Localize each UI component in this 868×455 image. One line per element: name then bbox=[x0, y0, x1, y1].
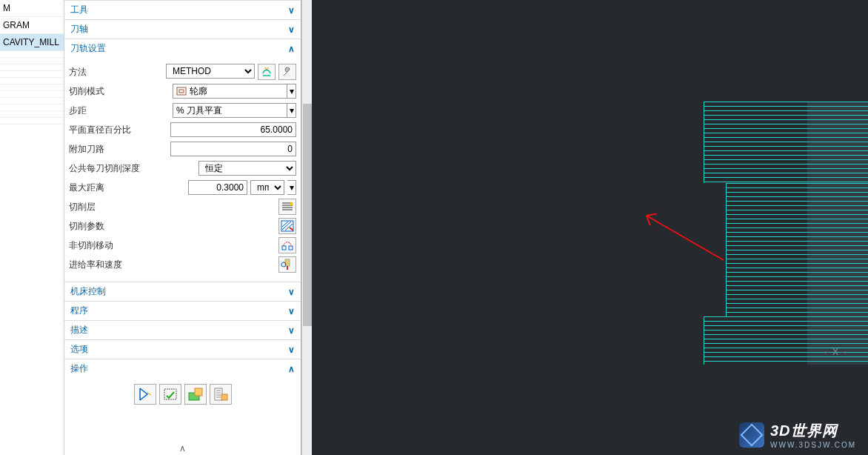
flat-pct-label: 平面直径百分比 bbox=[69, 124, 150, 136]
global-depth-select[interactable]: 恒定 bbox=[198, 161, 296, 176]
watermark: 3D世界网 WWW.3DSJW.COM bbox=[739, 421, 856, 449]
chevron-up-icon: ∧ bbox=[288, 44, 295, 54]
section-axis[interactable]: 刀轴 ∨ bbox=[64, 19, 301, 39]
tree-item[interactable]: M bbox=[0, 0, 64, 17]
link-moves-icon[interactable] bbox=[278, 237, 296, 253]
section-ops[interactable]: 操作 ∧ bbox=[64, 359, 301, 378]
section-options[interactable]: 选项 ∨ bbox=[64, 339, 301, 359]
toolpath-geometry bbox=[704, 102, 868, 365]
profile-icon bbox=[176, 86, 187, 96]
chevron-down-icon: ∨ bbox=[288, 325, 295, 336]
svg-rect-7 bbox=[164, 389, 176, 399]
chevron-down-icon: ∨ bbox=[288, 24, 295, 35]
coolant-icon[interactable] bbox=[258, 64, 276, 80]
cut-params-label: 切削参数 bbox=[69, 220, 150, 233]
method-label: 方法 bbox=[69, 66, 150, 79]
svg-rect-0 bbox=[177, 87, 186, 95]
svg-rect-1 bbox=[179, 90, 184, 93]
levels-icon[interactable] bbox=[278, 199, 296, 215]
section-path[interactable]: 刀轨设置 ∧ bbox=[64, 39, 301, 58]
tree-item[interactable] bbox=[0, 118, 64, 124]
tree-item[interactable] bbox=[0, 98, 64, 104]
watermark-logo-icon bbox=[739, 422, 764, 448]
list-icon[interactable] bbox=[210, 384, 232, 405]
panel-collapse-icon[interactable]: ∧ bbox=[64, 443, 301, 455]
tree-item[interactable]: GRAM bbox=[0, 17, 64, 34]
hatch-icon[interactable] bbox=[278, 218, 296, 234]
max-dist-label: 最大距离 bbox=[69, 182, 150, 194]
section-title: 选项 bbox=[70, 343, 88, 356]
operation-actions bbox=[64, 378, 301, 414]
tree-item[interactable] bbox=[0, 84, 64, 91]
method-select[interactable]: METHOD bbox=[166, 64, 255, 79]
feed-speed-icon[interactable] bbox=[278, 256, 296, 273]
generate-icon[interactable] bbox=[134, 384, 156, 405]
scrollbar-thumb[interactable] bbox=[303, 104, 312, 326]
svg-rect-3 bbox=[282, 246, 286, 250]
tree-item[interactable] bbox=[0, 64, 64, 71]
properties-panel: 工具 ∨ 刀轴 ∨ 刀轨设置 ∧ 方法 METHOD bbox=[64, 0, 301, 455]
section-title: 操作 bbox=[70, 362, 88, 375]
feeds-speeds-label: 进给率和速度 bbox=[69, 259, 150, 271]
section-title: 刀轨设置 bbox=[70, 42, 106, 55]
tree-item[interactable] bbox=[0, 71, 64, 78]
flat-pct-input[interactable] bbox=[170, 122, 296, 137]
chevron-down-icon[interactable]: ▾ bbox=[287, 103, 296, 118]
operation-tree[interactable]: M GRAM CAVITY_MILL bbox=[0, 0, 64, 455]
toolpath-lines bbox=[704, 316, 868, 365]
watermark-url: WWW.3DSJW.COM bbox=[770, 441, 856, 449]
section-title: 描述 bbox=[70, 324, 88, 336]
chevron-down-icon: ∨ bbox=[288, 306, 295, 316]
cut-pattern-value: 轮廓 bbox=[190, 85, 207, 98]
tree-item[interactable] bbox=[0, 104, 64, 111]
panel-scrollbar[interactable] bbox=[301, 0, 312, 455]
extra-paths-label: 附加刀路 bbox=[69, 143, 150, 156]
cut-pattern-combo[interactable]: 轮廓 ▾ bbox=[173, 84, 296, 99]
section-path-body: 方法 METHOD 切削模式 bbox=[64, 58, 301, 282]
global-depth-label: 公共每刀切削深度 bbox=[69, 162, 150, 175]
x-indicator: ←X→ bbox=[823, 347, 849, 357]
chevron-down-icon[interactable]: ▾ bbox=[287, 84, 296, 99]
svg-rect-11 bbox=[221, 394, 227, 400]
max-dist-unit-select[interactable]: mm bbox=[250, 180, 284, 195]
stepover-combo[interactable]: % 刀具平直 ▾ bbox=[173, 103, 296, 118]
max-dist-input[interactable] bbox=[188, 180, 247, 195]
watermark-title: 3D世界网 bbox=[770, 421, 856, 441]
section-title: 刀轴 bbox=[70, 23, 88, 36]
cut-levels-label: 切削层 bbox=[69, 201, 150, 213]
section-desc[interactable]: 描述 ∨ bbox=[64, 320, 301, 339]
wrench-icon[interactable] bbox=[278, 64, 296, 80]
section-title: 工具 bbox=[70, 4, 88, 16]
simulate-icon[interactable] bbox=[184, 384, 207, 405]
chevron-down-icon: ∨ bbox=[288, 345, 295, 355]
section-program[interactable]: 程序 ∨ bbox=[64, 301, 301, 320]
graphics-viewport[interactable]: ZM XM YM ←X→ 3D世界网 WWW.3DSJW.COM bbox=[312, 0, 868, 455]
verify-icon[interactable] bbox=[159, 384, 181, 405]
toolpath-lines bbox=[726, 183, 868, 316]
stepover-label: 步距 bbox=[69, 104, 150, 117]
tree-item[interactable] bbox=[0, 111, 64, 118]
toolpath-lines bbox=[704, 102, 868, 183]
section-title: 机床控制 bbox=[70, 285, 106, 298]
section-tool[interactable]: 工具 ∨ bbox=[64, 0, 301, 19]
chevron-down-icon: ∨ bbox=[288, 5, 295, 16]
section-machine[interactable]: 机床控制 ∨ bbox=[64, 282, 301, 301]
svg-rect-4 bbox=[289, 246, 293, 250]
tree-item-selected[interactable]: CAVITY_MILL bbox=[0, 34, 64, 51]
tree-item[interactable] bbox=[0, 91, 64, 98]
tree-item[interactable] bbox=[0, 58, 64, 64]
cut-pattern-label: 切削模式 bbox=[69, 85, 150, 98]
svg-rect-9 bbox=[195, 388, 202, 396]
extra-paths-input[interactable] bbox=[170, 142, 296, 156]
chevron-up-icon: ∧ bbox=[288, 364, 295, 374]
stepover-value: % 刀具平直 bbox=[176, 104, 222, 117]
dropdown-icon[interactable]: ▾ bbox=[287, 180, 296, 195]
tree-item[interactable] bbox=[0, 78, 64, 84]
noncut-moves-label: 非切削移动 bbox=[69, 239, 150, 252]
section-title: 程序 bbox=[70, 305, 88, 317]
chevron-down-icon: ∨ bbox=[288, 287, 295, 297]
tree-item[interactable] bbox=[0, 51, 64, 58]
